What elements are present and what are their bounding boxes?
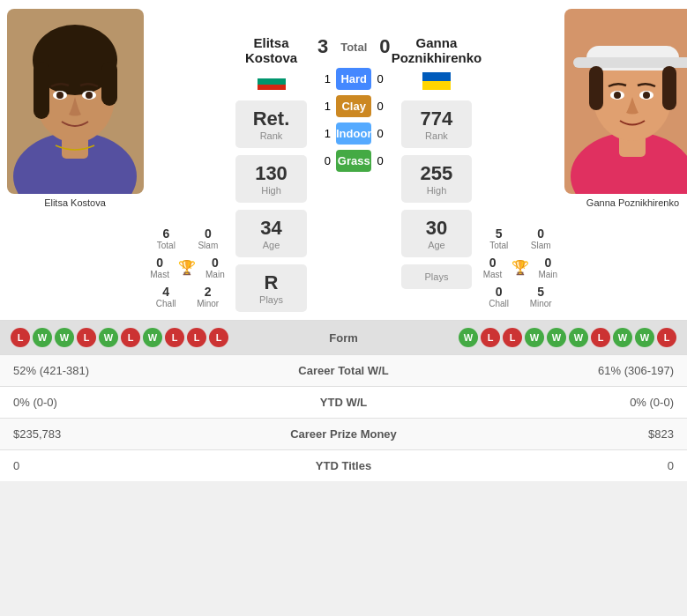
left-minor-value: 2: [197, 285, 219, 299]
hard-button: Hard: [336, 68, 371, 90]
right-player-name-below: Ganna Poznikhirenko: [586, 197, 679, 208]
right-form-pill-1: L: [481, 328, 500, 347]
right-high-box: 255 High: [401, 155, 473, 203]
right-form-pill-4: W: [547, 328, 566, 347]
right-trophy-icon: 🏆: [512, 259, 529, 276]
left-rank-value: Ret.: [235, 108, 307, 130]
right-player-name-line2: Poznikhirenko: [392, 50, 482, 65]
indoor-right-score: 0: [377, 127, 394, 140]
left-plays-box: R Plays: [235, 264, 307, 312]
left-form-pill-9: L: [209, 328, 228, 347]
right-player-name-line1: Ganna: [416, 35, 458, 50]
right-minor-label: Minor: [530, 299, 552, 308]
hard-right-score: 0: [377, 72, 394, 85]
right-minor-value: 5: [530, 285, 552, 299]
left-form-pill-4: W: [99, 328, 118, 347]
stats-row-2: $235,783 Career Prize Money $823: [0, 419, 687, 450]
left-form-pill-3: L: [77, 328, 96, 347]
right-age-label: Age: [401, 240, 473, 250]
match-score-left: 3: [317, 35, 328, 58]
form-section: L W W L W L W L L L Form W L L W W W L W…: [0, 321, 687, 354]
svg-rect-6: [101, 62, 117, 106]
svg-point-10: [86, 92, 93, 99]
svg-point-22: [643, 92, 650, 99]
stats-right-1: 0% (0-0): [485, 396, 674, 409]
left-mast-label: Mast: [150, 270, 169, 279]
right-rank-box: 774 Rank: [401, 100, 473, 148]
left-form-pill-8: L: [187, 328, 206, 347]
right-form-pill-9: L: [657, 328, 676, 347]
right-form-pill-0: W: [459, 328, 478, 347]
stats-left-2: $235,783: [13, 427, 202, 441]
clay-button: Clay: [336, 95, 371, 117]
stats-left-0: 52% (421-381): [13, 364, 202, 377]
right-plays-label: Plays: [401, 271, 473, 282]
left-form-pill-1: W: [33, 328, 52, 347]
right-main-value: 0: [538, 256, 557, 270]
indoor-button: Indoor: [336, 122, 371, 145]
left-high-box: 130 High: [235, 155, 307, 203]
left-age-value: 34: [235, 217, 307, 240]
left-mast-value: 0: [150, 256, 169, 270]
stats-table: 52% (421-381) Career Total W/L 61% (306-…: [0, 355, 687, 481]
stats-label-1: YTD W/L: [202, 396, 485, 409]
left-high-value: 130: [235, 162, 307, 185]
match-total-label: Total: [340, 41, 367, 54]
left-age-box: 34 Age: [235, 210, 307, 257]
left-plays-value: R: [235, 271, 307, 294]
left-plays-label: Plays: [235, 294, 307, 305]
grass-button: Grass: [336, 150, 371, 172]
left-slam-label: Slam: [198, 241, 218, 250]
clay-left-score: 1: [313, 100, 331, 113]
left-trophy-icon: 🏆: [178, 259, 196, 276]
right-mast-value: 0: [483, 256, 503, 270]
svg-rect-17: [589, 66, 603, 110]
grass-right-score: 0: [377, 154, 394, 167]
right-form-pill-7: W: [613, 328, 632, 347]
right-rank-value: 774: [401, 108, 473, 130]
left-form-pill-6: W: [143, 328, 162, 347]
left-total-value: 6: [157, 226, 175, 241]
hard-left-score: 1: [313, 72, 331, 85]
left-form-pill-2: W: [55, 328, 74, 347]
right-chall-label: Chall: [489, 299, 509, 308]
stats-left-1: 0% (0-0): [13, 396, 202, 409]
left-flag: [258, 72, 286, 90]
right-plays-box: Plays: [401, 264, 473, 289]
right-mast-label: Mast: [483, 270, 503, 279]
stats-right-3: 0: [485, 459, 674, 472]
left-rank-box: Ret. Rank: [235, 100, 307, 148]
right-form-pill-8: W: [635, 328, 654, 347]
right-chall-value: 0: [489, 285, 509, 299]
svg-point-20: [614, 92, 621, 99]
svg-rect-18: [662, 66, 676, 110]
grass-left-score: 0: [313, 154, 331, 167]
stats-label-0: Career Total W/L: [202, 364, 485, 377]
right-rank-label: Rank: [401, 130, 473, 141]
right-high-label: High: [401, 185, 473, 196]
stats-right-0: 61% (306-197): [485, 364, 674, 377]
stats-label-3: YTD Titles: [202, 459, 485, 472]
right-form-pill-6: L: [591, 328, 610, 347]
left-form-pill-7: L: [165, 328, 184, 347]
left-form-pills: L W W L W L W L L L: [11, 328, 228, 347]
left-main-value: 0: [205, 256, 225, 270]
left-high-label: High: [235, 185, 307, 196]
left-minor-label: Minor: [197, 299, 219, 308]
form-label: Form: [228, 331, 459, 345]
left-chall-label: Chall: [156, 299, 176, 308]
right-total-label: Total: [489, 241, 508, 250]
right-form-pills: W L L W W W L W W L: [459, 328, 676, 347]
match-score-right: 0: [379, 35, 390, 58]
right-total-value: 5: [489, 226, 508, 241]
left-age-label: Age: [235, 240, 307, 250]
left-form-pill-0: L: [11, 328, 30, 347]
left-player-name-line1: Elitsa: [253, 35, 288, 50]
stats-row-1: 0% (0-0) YTD W/L 0% (0-0): [0, 387, 687, 419]
left-player-name-line2: Kostova: [245, 50, 297, 65]
right-age-box: 30 Age: [401, 210, 473, 257]
left-rank-label: Rank: [235, 130, 307, 141]
right-main-label: Main: [538, 270, 557, 279]
svg-point-8: [56, 92, 63, 99]
left-slam-value: 0: [198, 226, 218, 241]
